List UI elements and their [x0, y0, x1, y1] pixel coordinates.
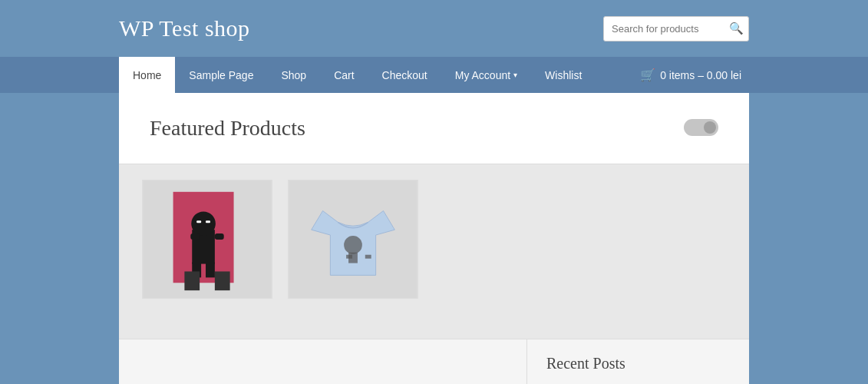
product-ninja-image	[143, 180, 272, 298]
svg-rect-4	[196, 220, 201, 223]
product-card-tshirt[interactable]	[288, 180, 418, 299]
nav-item-home[interactable]: Home	[119, 57, 175, 93]
search-bar[interactable]: 🔍	[603, 16, 749, 41]
featured-header: Featured Products	[119, 93, 749, 164]
search-icon: 🔍	[729, 22, 744, 35]
nav-label-cart: Cart	[334, 69, 354, 81]
recent-posts-title: Recent Posts	[546, 355, 730, 372]
svg-point-13	[344, 236, 362, 254]
nav-label-wishlist: Wishlist	[545, 69, 582, 81]
search-button[interactable]: 🔍	[723, 17, 749, 40]
lower-section: Recent Posts	[119, 339, 749, 384]
cart-label: 0 items – 0.00 lei	[660, 69, 741, 81]
nav-label-shop: Shop	[281, 69, 306, 81]
svg-rect-11	[215, 271, 230, 290]
toggle-button[interactable]	[684, 119, 718, 136]
nav-item-shop[interactable]: Shop	[267, 57, 320, 93]
svg-rect-10	[184, 271, 200, 290]
main-content: Featured Products	[119, 93, 749, 339]
svg-rect-16	[365, 255, 371, 259]
svg-point-3	[191, 211, 216, 236]
nav-item-wishlist[interactable]: Wishlist	[531, 57, 596, 93]
nav-item-sample-page[interactable]: Sample Page	[175, 57, 267, 93]
svg-rect-7	[190, 233, 200, 240]
nav-item-cart[interactable]: Cart	[320, 57, 368, 93]
header: WP Test shop 🔍	[0, 0, 868, 57]
product-card-ninja[interactable]	[142, 180, 272, 299]
main-lower	[119, 339, 526, 384]
svg-rect-9	[206, 263, 215, 278]
cart-icon: 🛒	[640, 68, 655, 82]
cart-summary[interactable]: 🛒 0 items – 0.00 lei	[632, 57, 749, 93]
featured-title: Featured Products	[150, 116, 718, 141]
chevron-down-icon: ▾	[513, 71, 517, 79]
nav-label-my-account: My Account	[455, 69, 510, 81]
nav-item-checkout[interactable]: Checkout	[368, 57, 441, 93]
svg-rect-5	[206, 220, 210, 223]
products-section	[119, 164, 749, 314]
nav-label-home: Home	[133, 69, 161, 81]
svg-rect-6	[215, 233, 224, 240]
navbar: Home Sample Page Shop Cart Checkout My A…	[0, 57, 868, 93]
nav-item-my-account[interactable]: My Account ▾	[441, 57, 531, 93]
search-input[interactable]	[604, 17, 723, 41]
product-tshirt-image	[289, 180, 417, 298]
svg-rect-15	[346, 255, 352, 259]
sidebar-lower: Recent Posts	[526, 339, 749, 384]
site-title: WP Test shop	[119, 15, 250, 41]
nav-label-checkout: Checkout	[382, 69, 427, 81]
nav-label-sample-page: Sample Page	[189, 69, 253, 81]
